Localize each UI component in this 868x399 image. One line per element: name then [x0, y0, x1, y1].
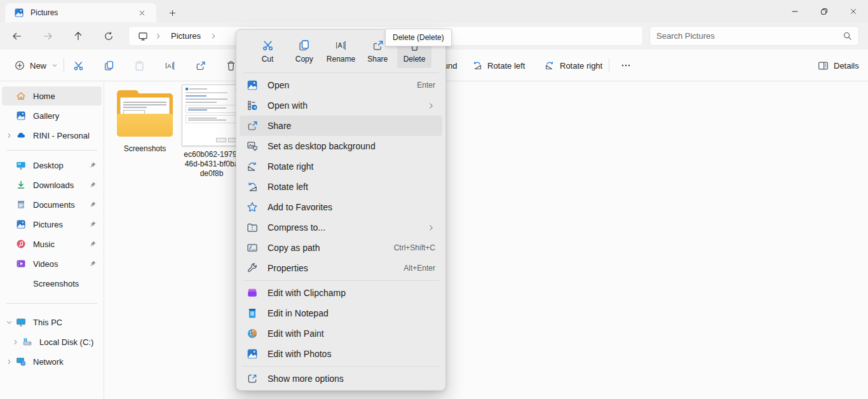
chevron-right-icon[interactable]: [2, 132, 16, 139]
image-file-name: ec60b062-1979- 46d-b431-bf0ba de0f8b: [184, 150, 239, 179]
chevron-down-icon[interactable]: [2, 319, 16, 326]
titlebar: Pictures: [0, 0, 868, 22]
onedrive-cloud-icon: [16, 130, 26, 140]
menu-item-open[interactable]: Open Enter: [240, 75, 442, 95]
search-box[interactable]: [649, 26, 859, 46]
sidebar-item-home[interactable]: Home: [2, 86, 102, 105]
sidebar-item-music[interactable]: Music: [2, 234, 102, 254]
up-button[interactable]: [67, 25, 89, 47]
chevron-right-icon[interactable]: [2, 358, 16, 365]
sidebar-item-videos[interactable]: Videos: [2, 254, 102, 273]
refresh-button[interactable]: [98, 25, 119, 47]
sidebar-item-this-pc[interactable]: This PC: [2, 313, 102, 332]
menu-item-edit-with-clipchamp[interactable]: Edit with Clipchamp: [240, 283, 442, 303]
plus-circle-icon: [15, 60, 25, 71]
desktop-icon: [16, 160, 26, 170]
paste-button[interactable]: [128, 55, 151, 76]
menu-item-share[interactable]: Share: [240, 116, 442, 136]
pin-icon: [86, 260, 99, 267]
pictures-tab-icon: [14, 8, 24, 18]
menu-item-compress-to[interactable]: Compress to...: [240, 217, 442, 238]
breadcrumb-desktop[interactable]: [134, 30, 152, 43]
menu-item-open-with[interactable]: Open with: [240, 95, 442, 116]
copy-button[interactable]: [98, 55, 120, 76]
sidebar-item-desktop[interactable]: Desktop: [2, 156, 102, 175]
photos-icon: [247, 79, 258, 91]
image-file-tile[interactable]: ✕ ec60b062-1979- 46d-b431-bf0ba de0f8b: [180, 85, 243, 179]
notepad-icon: [247, 308, 258, 319]
sidebar-item-onedrive[interactable]: RINI - Personal: [2, 126, 102, 145]
this-pc-icon: [16, 317, 26, 327]
sidebar-separator: [6, 303, 97, 304]
menu-item-rotate-left[interactable]: Rotate left: [240, 177, 442, 197]
quick-copy-button[interactable]: Copy: [287, 35, 322, 68]
menu-item-show-more-options[interactable]: Show more options: [240, 369, 442, 389]
new-button[interactable]: New: [9, 55, 64, 76]
sidebar-item-documents[interactable]: Documents: [2, 195, 102, 214]
menu-item-edit-in-notepad[interactable]: Edit in Notepad: [240, 303, 442, 323]
disk-icon: [22, 337, 32, 347]
chevron-right-icon: [210, 32, 217, 40]
back-button[interactable]: [6, 25, 28, 47]
menu-item-edit-with-photos[interactable]: Edit with Photos: [240, 344, 442, 364]
sidebar-item-network[interactable]: Network: [2, 352, 102, 371]
rotate-right-button[interactable]: Rotate right: [539, 55, 608, 76]
sidebar-item-local-disk-c[interactable]: Local Disk (C:): [2, 332, 102, 351]
menu-item-copy-as-path[interactable]: Copy as path Ctrl+Shift+C: [240, 238, 442, 258]
documents-icon: [16, 200, 26, 210]
folder-name: Screenshots: [124, 144, 166, 154]
copy-icon: [298, 39, 310, 51]
clipchamp-icon: [247, 287, 258, 299]
menu-separator: [243, 280, 439, 281]
close-button[interactable]: [839, 0, 868, 22]
wrench-icon: [247, 262, 258, 274]
new-tab-button[interactable]: [164, 5, 180, 20]
search-input[interactable]: [656, 31, 843, 41]
paint-icon: [247, 328, 258, 339]
details-pane-icon: [818, 60, 829, 71]
copy-icon: [104, 60, 114, 71]
rotate-left-button[interactable]: Rotate left: [466, 55, 531, 76]
sidebar-item-pictures[interactable]: Pictures: [2, 215, 102, 234]
menu-separator: [243, 72, 439, 73]
quick-cut-button[interactable]: Cut: [250, 35, 285, 68]
minimize-button[interactable]: [780, 0, 810, 22]
pin-icon: [86, 201, 99, 208]
folder-tile-screenshots[interactable]: Screenshots: [114, 90, 175, 154]
sidebar-item-downloads[interactable]: Downloads: [2, 175, 102, 194]
ellipsis-icon: [621, 60, 631, 71]
scissors-icon: [262, 39, 274, 51]
sidebar-item-screenshots[interactable]: Screenshots: [2, 274, 102, 293]
share-icon: [195, 60, 206, 71]
chevron-right-icon[interactable]: [8, 339, 22, 346]
chevron-down-icon: [51, 62, 58, 69]
cut-button[interactable]: [67, 55, 90, 76]
menu-item-set-as-desktop-background[interactable]: Set as desktop background: [240, 136, 442, 156]
folder-icon: [16, 278, 26, 288]
rename-button[interactable]: [159, 55, 181, 76]
share-icon: [372, 39, 384, 51]
details-button[interactable]: Details: [812, 55, 865, 76]
breadcrumb-pictures[interactable]: Pictures: [165, 30, 207, 42]
menu-item-rotate-right[interactable]: Rotate right: [240, 156, 442, 177]
sidebar-item-gallery[interactable]: Gallery: [2, 106, 102, 125]
sidebar-separator: [6, 150, 97, 151]
gallery-icon: [16, 111, 26, 121]
videos-icon: [16, 259, 26, 269]
restore-button[interactable]: [810, 0, 839, 22]
rename-icon: [165, 60, 175, 71]
menu-item-edit-with-paint[interactable]: Edit with Paint: [240, 323, 442, 344]
forward-button[interactable]: [37, 25, 58, 47]
pictures-icon: [16, 219, 26, 229]
menu-item-add-to-favorites[interactable]: Add to Favorites: [240, 197, 442, 217]
menu-item-properties[interactable]: Properties Alt+Enter: [240, 258, 442, 278]
see-more-button[interactable]: [615, 55, 637, 76]
rotate-left-icon: [247, 181, 258, 193]
rotate-right-icon: [545, 60, 555, 71]
quick-rename-button[interactable]: Rename: [324, 35, 358, 68]
share-button[interactable]: [189, 55, 212, 76]
tab-pictures[interactable]: Pictures: [5, 3, 156, 22]
window-controls: [780, 0, 868, 22]
rotate-right-icon: [247, 161, 258, 172]
tab-close-button[interactable]: [133, 6, 150, 20]
